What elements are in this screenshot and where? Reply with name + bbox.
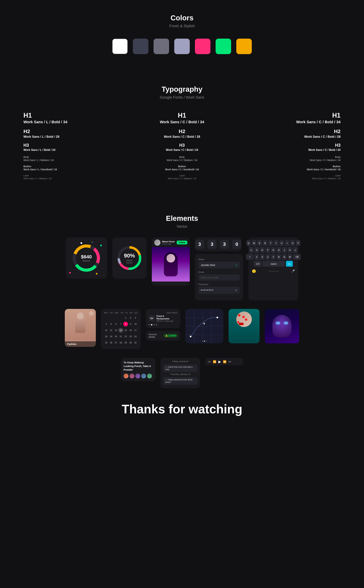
cal-day-17[interactable]: 17: [133, 328, 138, 333]
rewind-icon[interactable]: ⏮: [208, 360, 211, 363]
h1-value-1: Work Sans / L / Bold / 34: [23, 120, 120, 124]
key-123[interactable]: 123: [254, 261, 261, 267]
swatch-gray: [154, 39, 169, 54]
key-p[interactable]: P: [296, 240, 300, 246]
cal-day-19[interactable]: 19: [109, 334, 113, 339]
key-t[interactable]: T: [268, 240, 273, 246]
follow-button[interactable]: Follow: [177, 241, 187, 244]
cal-day-11[interactable]: 11: [104, 328, 109, 333]
cal-day-7[interactable]: 7: [118, 322, 123, 327]
key-n[interactable]: N: [282, 254, 287, 260]
key-s[interactable]: S: [254, 247, 259, 253]
key-e[interactable]: E: [257, 240, 262, 246]
key-x[interactable]: X: [260, 254, 265, 260]
blog-card: Moon Fever 6 min read Follow: [152, 237, 190, 286]
cal-day-5[interactable]: 5: [109, 322, 113, 327]
cal-day-1[interactable]: 1: [123, 315, 128, 320]
emoji-icon[interactable]: 🙂: [252, 269, 256, 273]
cal-day-2[interactable]: 2: [128, 315, 133, 320]
cal-day-23[interactable]: 23: [128, 334, 133, 339]
cal-day-18[interactable]: 18: [104, 334, 109, 339]
password-input[interactable]: •••••••• 👁: [198, 287, 240, 294]
key-o[interactable]: O: [290, 240, 295, 246]
key-space[interactable]: space: [262, 261, 285, 267]
forward-icon[interactable]: ⏭: [228, 360, 231, 363]
cal-day-22[interactable]: 22: [123, 334, 128, 339]
dot-3: [153, 324, 155, 326]
typography-subtitle: Google Fonts / Work Sans: [0, 95, 364, 100]
cal-day-10[interactable]: 10: [133, 322, 138, 327]
key-w[interactable]: W: [252, 240, 256, 246]
key-y[interactable]: Y: [274, 240, 278, 246]
body-value-1: Work Sans / L / Medium / 24: [23, 159, 120, 162]
cal-day-8-today[interactable]: 8: [123, 322, 128, 327]
cal-day-9[interactable]: 9: [128, 322, 133, 327]
avatar-5: [147, 373, 152, 378]
open-history[interactable]: Open History: [149, 312, 177, 314]
cal-day-20[interactable]: 20: [114, 334, 118, 339]
key-f[interactable]: F: [266, 247, 270, 253]
cal-day-16[interactable]: 16: [128, 328, 133, 333]
key-shift[interactable]: ⇧: [246, 254, 254, 260]
key-go[interactable]: Go: [286, 261, 293, 267]
prev-icon[interactable]: ⏪: [213, 360, 216, 363]
key-q[interactable]: Q: [246, 240, 251, 246]
key-c[interactable]: C: [266, 254, 270, 260]
activity-center: 90% Weekly Activity: [124, 253, 135, 264]
key-r[interactable]: R: [263, 240, 267, 246]
control-bar: ⏮ ⏪ ▶ ⏩ ⏭: [205, 358, 243, 366]
key-g[interactable]: G: [271, 247, 276, 253]
cal-day-14-marked[interactable]: 14: [118, 328, 123, 333]
balance-label: Balance: [81, 260, 92, 262]
cal-day-29[interactable]: 29: [123, 340, 128, 345]
next-icon[interactable]: ⏩: [223, 360, 227, 363]
cal-day-28[interactable]: 28: [118, 340, 123, 345]
cal-day-12[interactable]: 12: [109, 328, 113, 333]
key-d[interactable]: D: [260, 247, 265, 253]
colors-subtitle: Fresh & Stylish: [0, 24, 364, 28]
key-v[interactable]: V: [271, 254, 276, 260]
key-a[interactable]: A: [249, 247, 254, 253]
cal-day-31[interactable]: 31: [133, 340, 138, 345]
key-b[interactable]: B: [277, 254, 281, 260]
key-h[interactable]: H: [277, 247, 281, 253]
cal-day-4[interactable]: 4: [104, 322, 109, 327]
cal-day-6[interactable]: 6: [114, 322, 118, 327]
key-j[interactable]: J: [282, 247, 287, 253]
key-k[interactable]: K: [288, 247, 292, 253]
lbl-value-1: Work Sans / L / Medium / 18: [23, 177, 120, 180]
h2-value-3: Work Sans / C / Bold / 28: [244, 135, 341, 139]
name-input[interactable]: Jennifer Reid ✓: [198, 262, 240, 268]
cal-day-30[interactable]: 30: [128, 340, 133, 345]
cal-day-13[interactable]: 13: [114, 328, 118, 333]
blog-author-name: Moon Fever: [162, 240, 175, 243]
chat-msg-2: — really awesome work done, bravo!: [163, 377, 197, 385]
elements-subtitle: Vector: [0, 224, 364, 229]
finance-row-1: 🍽 Food & Restaurants $98.00 • 2 days ago: [149, 315, 177, 322]
cal-day-21[interactable]: 21: [118, 334, 123, 339]
map-dot-3: [206, 341, 207, 342]
account-row: Account details 🔒 Locked: [149, 333, 177, 338]
cal-day-24[interactable]: 24: [133, 334, 138, 339]
cal-day-26[interactable]: 26: [109, 340, 113, 345]
makeup-card: [228, 309, 260, 343]
account-card: Account details 🔒 Locked: [146, 331, 180, 341]
cal-day-27[interactable]: 27: [114, 340, 118, 345]
cal-day-25[interactable]: 25: [104, 340, 109, 345]
blog-image: [152, 247, 190, 281]
avatar-1: [124, 373, 128, 378]
key-i[interactable]: I: [285, 240, 289, 246]
key-backspace[interactable]: ⌫: [293, 254, 301, 260]
key-z[interactable]: Z: [254, 254, 259, 260]
email-input[interactable]: Enter your email: [198, 274, 240, 281]
cal-day-3[interactable]: 3: [133, 315, 138, 320]
play-icon[interactable]: ▶: [218, 359, 221, 364]
body-label-3: Body: [244, 156, 341, 158]
key-l[interactable]: L: [293, 247, 298, 253]
key-m[interactable]: M: [288, 254, 292, 260]
map-grid: ✈: [185, 309, 223, 343]
key-u[interactable]: U: [279, 240, 284, 246]
mic-icon[interactable]: 🎤: [291, 269, 295, 273]
cal-day-15[interactable]: 15: [123, 328, 128, 333]
counter-section: 3 3 3 0 Name Jennifer Reid ✓ Email Enter…: [195, 237, 243, 300]
